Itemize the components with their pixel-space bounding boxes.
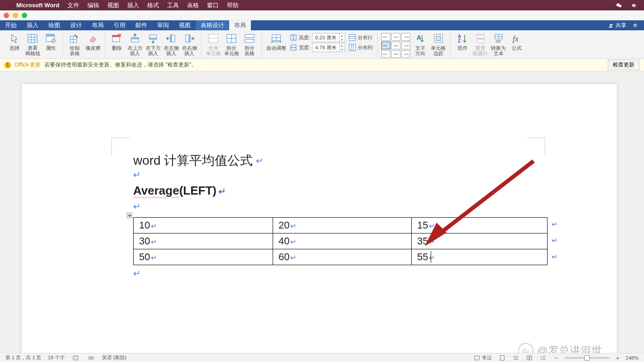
text-direction-icon: A (415, 33, 426, 44)
tab-insert[interactable]: 插入 (22, 20, 43, 30)
tab-view[interactable]: 视图 (174, 20, 196, 30)
update-banner: ! Office 更新 若要保持使用最新安全更新、修复和改进，请选择 "检查更新… (0, 59, 644, 71)
tab-design[interactable]: 设计 (65, 20, 87, 30)
text-cursor (431, 251, 431, 263)
menu-tools[interactable]: 工具 (167, 1, 179, 10)
distribute-cols-button[interactable]: 分布列 (349, 43, 373, 52)
table-move-handle-icon[interactable]: ✥ (127, 213, 132, 218)
height-input[interactable]: 0.23 厘米▲▼ (312, 33, 345, 42)
distribute-rows-button[interactable]: 分布行 (349, 33, 373, 42)
paragraph-mark-icon: ↵ (133, 201, 141, 212)
paragraph-mark-icon: ↵ (256, 155, 264, 166)
gridlines-button[interactable]: 查看 网格线 (24, 32, 42, 56)
row-end-mark-icon: ↵ (552, 236, 557, 245)
menu-table[interactable]: 表格 (187, 1, 199, 10)
tab-mailings[interactable]: 邮件 (130, 20, 152, 30)
status-language[interactable]: 英语 (美国) (102, 354, 126, 361)
delete-button[interactable]: 删除 (108, 32, 126, 51)
menu-window[interactable]: 窗口 (207, 1, 219, 10)
zoom-window-icon[interactable] (22, 13, 27, 18)
tab-references[interactable]: 引用 (109, 20, 130, 30)
insert-below-button[interactable]: 在下方 插入 (144, 32, 162, 56)
volume-icon[interactable] (630, 2, 639, 9)
draw-table-button[interactable]: 绘制 表格 (66, 32, 84, 56)
menu-insert[interactable]: 插入 (127, 1, 139, 10)
check-update-button[interactable]: 检查更新 (608, 60, 639, 70)
dictation-icon[interactable] (87, 355, 96, 361)
share-button[interactable]: 共享 (608, 22, 626, 29)
wechat-icon[interactable] (615, 2, 623, 9)
document-area: word 计算平均值公式↵ ↵ Average(LEFT)↵ ↵ ✥ 10↵ 2… (0, 71, 644, 353)
paragraph-mark-icon: ↵ (218, 186, 226, 196)
svg-point-61 (89, 357, 90, 358)
sort-button[interactable]: AZ 排序 (453, 32, 471, 51)
app-name[interactable]: Microsoft Word (16, 2, 59, 9)
paragraph-mark-icon: ↵ (133, 169, 141, 180)
width-input[interactable]: 4.79 厘米▲▼ (312, 43, 345, 52)
tab-layout[interactable]: 布局 (87, 20, 109, 30)
group-merge: 合并 单元格 拆分 单元格 拆分 表格 (202, 32, 262, 57)
insert-left-button[interactable]: 在左侧 插入 (162, 32, 180, 56)
split-table-icon (244, 33, 255, 44)
page[interactable]: word 计算平均值公式↵ ↵ Average(LEFT)↵ ↵ ✥ 10↵ 2… (22, 84, 617, 353)
minimize-window-icon[interactable] (13, 13, 18, 18)
spellcheck-icon[interactable] (71, 355, 80, 361)
height-icon (290, 34, 297, 41)
cell-margins-icon (433, 33, 444, 44)
svg-text:Z: Z (458, 38, 461, 43)
doc-heading[interactable]: word 计算平均值公式↵ (133, 152, 264, 169)
row-end-mark-icon: ↵ (552, 252, 557, 261)
eraser-button[interactable]: 橡皮擦 (84, 32, 102, 51)
svg-rect-30 (245, 39, 254, 43)
status-words[interactable]: 18 个字 (48, 354, 64, 361)
tab-draw[interactable]: 绘图 (43, 20, 65, 30)
alignment-grid[interactable] (380, 32, 411, 59)
cell-margins-button[interactable]: 单元格 边距 (429, 32, 447, 56)
svg-point-62 (91, 357, 91, 358)
status-page[interactable]: 第 1 页，共 1 页 (5, 354, 41, 361)
svg-rect-3 (28, 34, 37, 43)
svg-rect-70 (530, 356, 532, 360)
menu-format[interactable]: 格式 (147, 1, 159, 10)
tab-table-layout[interactable]: 布局 (229, 20, 251, 30)
avg-formula-text[interactable]: Average(LEFT)↵ (133, 184, 226, 198)
group-draw: 绘制 表格 橡皮擦 (63, 32, 105, 57)
cell-size-inputs: 高度: 0.23 厘米▲▼ 宽度: 4.79 厘米▲▼ (288, 32, 347, 53)
outline-icon[interactable] (538, 355, 548, 361)
view-mode-icon[interactable] (525, 355, 534, 361)
insert-right-button[interactable]: 在右侧 插入 (180, 32, 198, 56)
split-table-button[interactable]: 拆分 表格 (240, 32, 259, 56)
text-direction-button[interactable]: A 文字 方向 (411, 32, 429, 56)
autofit-button[interactable]: 自动调整 (264, 32, 288, 51)
select-button[interactable]: 选择 (5, 32, 24, 51)
tab-table-design[interactable]: 表格设计 (196, 20, 229, 30)
ribbon-collapse-icon[interactable] (633, 23, 638, 28)
menu-edit[interactable]: 编辑 (87, 1, 99, 10)
svg-line-57 (434, 161, 533, 238)
web-layout-icon[interactable] (511, 355, 520, 361)
grid-icon (27, 33, 38, 44)
tab-home[interactable]: 开始 (0, 20, 22, 30)
print-layout-icon[interactable] (498, 355, 507, 361)
split-cells-button[interactable]: 拆分 单元格 (222, 32, 240, 56)
ribbon: 选择 查看 网格线 属性 绘制 表格 橡皮擦 删除 在上方 插入 (0, 30, 644, 59)
zoom-slider[interactable] (564, 357, 610, 359)
split-cells-icon (226, 33, 237, 44)
insert-above-button[interactable]: 在上方 插入 (126, 32, 144, 56)
menu-view[interactable]: 视图 (107, 1, 119, 10)
zoom-value[interactable]: 248% (626, 355, 639, 361)
svg-rect-50 (477, 39, 484, 40)
formula-button[interactable]: fx 公式 (508, 32, 526, 51)
menu-file[interactable]: 文件 (67, 1, 79, 10)
close-window-icon[interactable] (4, 13, 9, 18)
focus-mode-button[interactable]: 专注 (472, 354, 493, 361)
zoom-in-button[interactable]: + (614, 354, 621, 362)
tab-review[interactable]: 审阅 (152, 20, 174, 30)
convert-to-text-button[interactable]: 转换为 文本 (490, 32, 508, 56)
merge-cells-button: 合并 单元格 (204, 32, 222, 56)
svg-rect-9 (46, 34, 54, 37)
properties-button[interactable]: 属性 (42, 32, 60, 51)
menu-help[interactable]: 帮助 (227, 1, 239, 10)
repeat-header-button: 重复 标题行 (471, 32, 490, 56)
zoom-out-button[interactable]: − (552, 354, 559, 362)
